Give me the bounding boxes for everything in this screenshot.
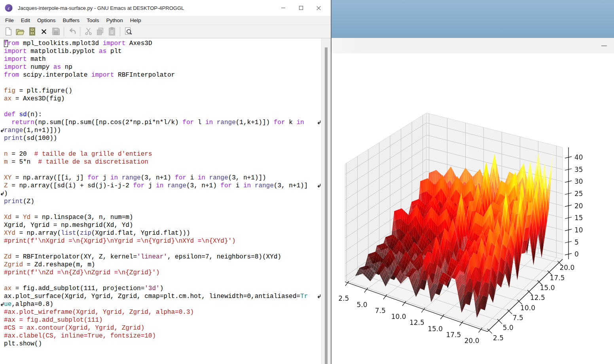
code-line: ax.plot_surface(Xgrid, Ygrid, Zgrid, cma… xyxy=(4,292,320,300)
toolbar-separator xyxy=(64,27,64,36)
figure-minimize-icon[interactable] xyxy=(601,45,607,46)
scrollbar-thumb[interactable] xyxy=(325,47,328,364)
code-line xyxy=(4,142,320,150)
paste-button[interactable] xyxy=(106,26,118,37)
code-line: import numpy as np xyxy=(4,63,320,71)
search-magnifier-icon xyxy=(124,27,133,36)
figure-titlebar[interactable] xyxy=(332,38,614,54)
code-line: #ax = fig.add_subplot(111) xyxy=(4,316,320,324)
desktop-background xyxy=(332,0,614,38)
code-line: range(1,n+1)])) xyxy=(4,126,320,134)
code-line: Xgrid, Ygrid = np.meshgrid(Xd, Yd) xyxy=(4,221,320,229)
copy-button[interactable] xyxy=(94,26,106,37)
toolbar-separator xyxy=(120,27,120,36)
code-line: plt.show() xyxy=(4,340,320,348)
menu-item-tools[interactable]: Tools xyxy=(83,17,103,23)
window-title: Jacques-interpole-ma-surface.py - GNU Em… xyxy=(18,5,184,11)
menu-bar: FileEditOptionsBuffersToolsPythonHelp xyxy=(0,16,331,25)
code-line: ax = fig.add_subplot(111, projection='3d… xyxy=(4,285,320,292)
search-button[interactable] xyxy=(122,26,134,37)
code-line: import math xyxy=(4,55,320,63)
code-line: Z = np.array([sd(i) + sd(j)-i-j-2 for j … xyxy=(4,182,320,190)
editor-buffer[interactable]: from mpl_toolkits.mplot3d import Axes3Di… xyxy=(0,38,331,364)
code-line xyxy=(4,166,320,174)
code-line: #CS = ax.contour(Xgrid, Ygrid, Zgrid) xyxy=(4,324,320,332)
code-line: #print(f'\nXgrid =\n{Xgrid}\nYgrid =\n{Y… xyxy=(4,237,320,245)
open-file-button[interactable] xyxy=(14,26,26,37)
new-file-icon xyxy=(4,27,13,36)
close-buffer-x-icon xyxy=(40,28,47,35)
new-file-button[interactable] xyxy=(2,26,14,37)
line-continuation-icon xyxy=(0,302,4,307)
clipboard-paste-icon xyxy=(108,27,117,36)
code-line: #ax.plot_wireframe(Xgrid, Ygrid, Zgrid, … xyxy=(4,308,320,316)
line-wrap-icon xyxy=(317,294,321,299)
emacs-titlebar: ε Jacques-interpole-ma-surface.py - GNU … xyxy=(0,0,331,16)
code-line xyxy=(4,277,320,285)
emacs-icon: ε xyxy=(4,4,13,12)
code-line: import matplotlib.pyplot as plt xyxy=(4,47,320,55)
code-line: ax = Axes3D(fig) xyxy=(4,95,320,103)
code-text: from mpl_toolkits.mplot3d import Axes3Di… xyxy=(0,38,320,348)
code-line: n = 20 # taille de la grille d'entiers xyxy=(4,150,320,158)
code-line xyxy=(4,79,320,87)
menu-item-buffers[interactable]: Buffers xyxy=(59,17,83,23)
code-line: return(np.sum([np.sum([np.cos(2*np.pi*n*… xyxy=(4,119,320,126)
code-line: Xd = Yd = np.linspace(3, n, num=m) xyxy=(4,213,320,221)
code-line: XYd = np.array(list(zip(Xgrid.flat, Ygri… xyxy=(4,229,320,237)
code-line: print(Z) xyxy=(4,198,320,206)
line-continuation-icon xyxy=(0,128,4,133)
close-icon xyxy=(316,6,321,11)
minimize-button[interactable] xyxy=(274,0,292,16)
close-buffer-button[interactable] xyxy=(38,26,50,37)
open-folder-icon xyxy=(15,27,25,36)
menu-item-file[interactable]: File xyxy=(2,17,17,23)
code-line: m = 5*n # taille de sa discretisation xyxy=(4,158,320,166)
surface-plot-canvas[interactable] xyxy=(332,53,614,364)
window-controls xyxy=(274,0,328,16)
menu-item-edit[interactable]: Edit xyxy=(17,17,34,23)
code-line: print(sd(100)) xyxy=(4,134,320,142)
dired-button[interactable] xyxy=(26,26,38,37)
code-line: from scipy.interpolate import RBFInterpo… xyxy=(4,71,320,79)
code-line: #print(f'\nZd =\n{Zd}\nZgrid =\n{Zgrid}'… xyxy=(4,269,320,277)
code-line: Zd = RBFInterpolator(XY, Z, kernel='line… xyxy=(4,253,320,261)
menu-item-python[interactable]: Python xyxy=(103,17,127,23)
code-line xyxy=(4,245,320,253)
editor-scrollbar[interactable] xyxy=(321,38,331,364)
code-line: ) xyxy=(4,190,320,198)
code-line: Zgrid = Zd.reshape(m, m) xyxy=(4,261,320,269)
code-line: ue,alpha=0.8) xyxy=(4,300,320,308)
code-line xyxy=(4,103,320,111)
line-continuation-icon xyxy=(0,191,4,196)
code-line: def sd(n): xyxy=(4,111,320,119)
maximize-icon xyxy=(299,6,303,10)
save-button[interactable] xyxy=(50,26,62,37)
code-line: #ax.clabel(CS, inline=True, fontsize=10) xyxy=(4,332,320,340)
line-wrap-icon xyxy=(317,120,321,125)
minimize-icon xyxy=(281,6,286,10)
line-wrap-icon xyxy=(317,183,321,188)
code-line: from mpl_toolkits.mplot3d import Axes3D xyxy=(4,40,320,47)
copy-pages-icon xyxy=(96,27,105,36)
file-cabinet-icon xyxy=(28,27,37,36)
save-floppy-icon xyxy=(51,27,61,36)
menu-item-options[interactable]: Options xyxy=(34,17,59,23)
code-line: fig = plt.figure() xyxy=(4,87,320,95)
code-line: XY = np.array([[i, j] for j in range(3, … xyxy=(4,174,320,182)
maximize-button[interactable] xyxy=(292,0,310,16)
undo-button[interactable] xyxy=(66,26,78,37)
toolbar-separator xyxy=(80,27,80,36)
cut-button[interactable] xyxy=(82,26,94,37)
emacs-window: ε Jacques-interpole-ma-surface.py - GNU … xyxy=(0,0,332,364)
code-line xyxy=(4,206,320,213)
scissors-icon xyxy=(84,27,93,36)
close-button[interactable] xyxy=(310,0,328,16)
menu-item-help[interactable]: Help xyxy=(127,17,145,23)
undo-arrow-icon xyxy=(68,27,77,36)
figure-window xyxy=(332,38,614,364)
toolbar xyxy=(0,25,331,38)
